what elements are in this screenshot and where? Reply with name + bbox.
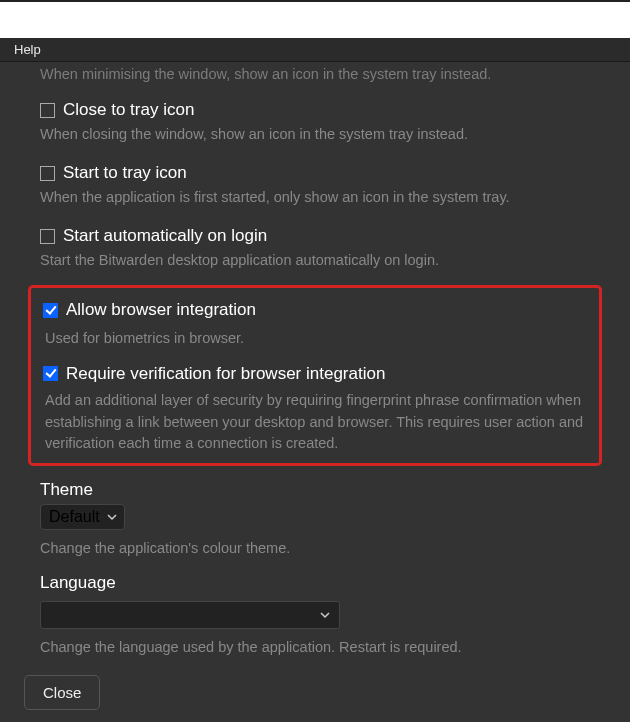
chevron-down-icon <box>106 511 118 523</box>
setting-auto-login: Start automatically on login Start the B… <box>28 218 602 281</box>
theme-desc: Change the application's colour theme. <box>28 534 602 559</box>
language-select[interactable] <box>40 601 340 629</box>
theme-label: Theme <box>28 474 602 504</box>
setting-close-tray: Close to tray icon When closing the wind… <box>28 92 602 155</box>
menubar: Help <box>0 38 630 62</box>
chevron-down-icon <box>319 609 331 621</box>
desc-close-tray: When closing the window, show an icon in… <box>40 124 590 145</box>
label-start-tray: Start to tray icon <box>63 163 187 183</box>
label-verify-integration: Require verification for browser integra… <box>66 364 385 384</box>
settings-panel: When minimising the window, show an icon… <box>0 62 630 722</box>
desc-verify-integration: Add an additional layer of security by r… <box>31 388 599 455</box>
window-top-white <box>0 0 630 38</box>
label-browser-integration: Allow browser integration <box>66 300 256 320</box>
setting-start-tray: Start to tray icon When the application … <box>28 155 602 218</box>
label-auto-login: Start automatically on login <box>63 226 267 246</box>
label-close-tray: Close to tray icon <box>63 100 194 120</box>
setting-verify-integration: Require verification for browser integra… <box>31 350 599 388</box>
menu-help[interactable]: Help <box>14 42 41 57</box>
highlight-box: Allow browser integration Used for biome… <box>28 285 602 466</box>
desc-auto-login: Start the Bitwarden desktop application … <box>40 250 590 271</box>
desc-start-tray: When the application is first started, o… <box>40 187 590 208</box>
close-button[interactable]: Close <box>24 675 100 710</box>
checkbox-close-tray[interactable] <box>40 103 55 118</box>
minimize-tray-desc: When minimising the window, show an icon… <box>28 66 602 92</box>
language-label: Language <box>28 559 602 597</box>
theme-select[interactable]: Default <box>40 504 125 530</box>
setting-browser-integration: Allow browser integration <box>31 292 599 326</box>
checkbox-auto-login[interactable] <box>40 229 55 244</box>
checkbox-browser-integration[interactable] <box>43 303 58 318</box>
checkbox-start-tray[interactable] <box>40 166 55 181</box>
desc-browser-integration: Used for biometrics in browser. <box>31 326 599 350</box>
checkbox-verify-integration[interactable] <box>43 366 58 381</box>
theme-select-value: Default <box>49 508 100 526</box>
language-desc: Change the language used by the applicat… <box>28 633 602 658</box>
